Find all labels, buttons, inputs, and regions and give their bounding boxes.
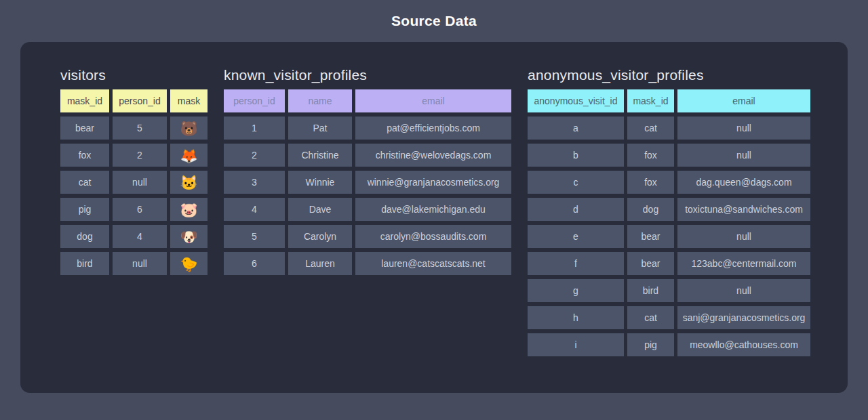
table-row: ipigmeowllo@cathouses.com [528, 333, 810, 356]
table-cell: 🐱 [170, 171, 208, 194]
table-cell: cat [60, 171, 109, 194]
table-cell: lauren@catscatscats.net [355, 252, 511, 275]
table-cell: bear [627, 225, 674, 248]
table-cell: 2 [113, 144, 167, 167]
table-title: known_visitor_profiles [224, 67, 511, 83]
table-cell: bird [60, 252, 109, 275]
table-cell: i [528, 333, 624, 356]
column-header-person_id: person_id [224, 89, 285, 112]
table-cell: 2 [224, 144, 285, 167]
table-cell: null [677, 225, 810, 248]
table-cell: null [677, 144, 810, 167]
table-row: catnull🐱 [60, 171, 208, 194]
table-cell: f [528, 252, 624, 275]
table-cell: 🐤 [170, 252, 208, 275]
table-cell: dave@lakemichigan.edu [355, 198, 511, 221]
table-row: birdnull🐤 [60, 252, 208, 275]
table-cell: pig [60, 198, 109, 221]
table-cell: 🐶 [170, 225, 208, 248]
table-cell: 4 [113, 225, 167, 248]
table-cell: 6 [113, 198, 167, 221]
table-cell: pat@efficientjobs.com [355, 117, 511, 140]
table-cell: 🐷 [170, 198, 208, 221]
table-title: anonymous_visitor_profiles [528, 67, 810, 83]
page-title: Source Data [391, 13, 477, 29]
table-cell: fox [60, 144, 109, 167]
table-cell: christine@welovedags.com [355, 144, 511, 167]
table-cell: cat [627, 117, 674, 140]
table-row: ebearnull [528, 225, 810, 248]
table-cell: bear [627, 252, 674, 275]
table-cell: 5 [113, 117, 167, 140]
source-data-card: visitors mask_idperson_idmaskbear5🐻fox2🦊… [20, 42, 848, 393]
table-row: fbear123abc@centermail.com [528, 252, 810, 275]
table-row: bear5🐻 [60, 117, 208, 140]
table-cell: carolyn@bossaudits.com [355, 225, 511, 248]
table-cell: 5 [224, 225, 285, 248]
table-cell: fox [627, 171, 674, 194]
table-row: gbirdnull [528, 279, 810, 302]
column-header-mask_id: mask_id [60, 89, 109, 112]
table-row: hcatsanj@granjanacosmetics.org [528, 306, 810, 329]
table-cell: fox [627, 144, 674, 167]
table-cell: 1 [224, 117, 285, 140]
top-bar: Source Data [0, 0, 868, 42]
table-cell: dog [627, 198, 674, 221]
table-row: 6Laurenlauren@catscatscats.net [224, 252, 511, 275]
table-row: cfoxdag.queen@dags.com [528, 171, 810, 194]
table-cell: 🐻 [170, 117, 208, 140]
table-cell: Pat [288, 117, 352, 140]
table-cell: Carolyn [288, 225, 352, 248]
table-visitors: visitors mask_idperson_idmaskbear5🐻fox2🦊… [60, 67, 208, 279]
column-header-email: email [355, 89, 511, 112]
column-header-person_id: person_id [113, 89, 167, 112]
table-row: 5Carolyncarolyn@bossaudits.com [224, 225, 511, 248]
table-row: acatnull [528, 117, 810, 140]
table-cell: pig [627, 333, 674, 356]
table-cell: meowllo@cathouses.com [677, 333, 810, 356]
column-header-mask: mask [170, 89, 208, 112]
table-cell: 4 [224, 198, 285, 221]
table-cell: Lauren [288, 252, 352, 275]
table-row: ddogtoxictuna@sandwiches.com [528, 198, 810, 221]
column-header-email: email [677, 89, 810, 112]
table-cell: null [677, 279, 810, 302]
table-cell: null [677, 117, 810, 140]
column-header-mask_id: mask_id [627, 89, 674, 112]
column-header-name: name [288, 89, 352, 112]
table-cell: dog [60, 225, 109, 248]
table-row: 3Winniewinnie@granjanacosmetics.org [224, 171, 511, 194]
table-cell: Dave [288, 198, 352, 221]
table-row: 2Christinechristine@welovedags.com [224, 144, 511, 167]
table-cell: 6 [224, 252, 285, 275]
table-cell: g [528, 279, 624, 302]
table-cell: null [113, 171, 167, 194]
table-cell: cat [627, 306, 674, 329]
table-cell: d [528, 198, 624, 221]
table-header-row: person_idnameemail [224, 89, 511, 112]
table-row: bfoxnull [528, 144, 810, 167]
table-cell: 123abc@centermail.com [677, 252, 810, 275]
table-row: 1Patpat@efficientjobs.com [224, 117, 511, 140]
table-row: dog4🐶 [60, 225, 208, 248]
table-cell: a [528, 117, 624, 140]
column-header-anonymous_visit_id: anonymous_visit_id [528, 89, 624, 112]
table-cell: bird [627, 279, 674, 302]
table-header-row: mask_idperson_idmask [60, 89, 208, 112]
table-cell: dag.queen@dags.com [677, 171, 810, 194]
table-cell: b [528, 144, 624, 167]
table-cell: 🦊 [170, 144, 208, 167]
table-cell: bear [60, 117, 109, 140]
table-title: visitors [60, 67, 208, 83]
table-anonymous-visitor-profiles: anonymous_visitor_profiles anonymous_vis… [528, 67, 810, 360]
tables-container: visitors mask_idperson_idmaskbear5🐻fox2🦊… [60, 67, 821, 360]
table-cell: Christine [288, 144, 352, 167]
table-row: 4Davedave@lakemichigan.edu [224, 198, 511, 221]
table-cell: null [113, 252, 167, 275]
table-cell: h [528, 306, 624, 329]
table-cell: toxictuna@sandwiches.com [677, 198, 810, 221]
table-cell: Winnie [288, 171, 352, 194]
table-row: pig6🐷 [60, 198, 208, 221]
table-known-visitor-profiles: known_visitor_profiles person_idnameemai… [224, 67, 511, 279]
table-cell: e [528, 225, 624, 248]
